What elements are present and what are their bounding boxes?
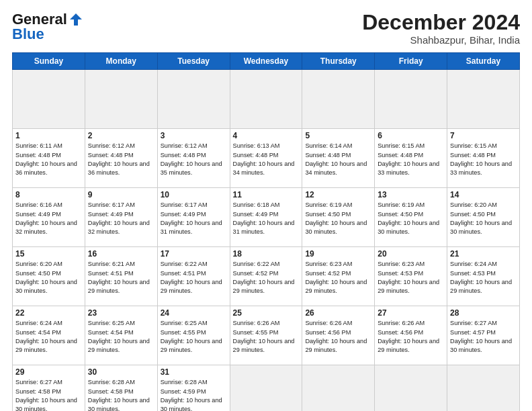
month-title: December 2024: [362, 11, 520, 34]
day-number: 2: [88, 131, 154, 140]
day-info: Sunrise: 6:17 AMSunset: 4:49 PMDaylight:…: [88, 201, 154, 236]
day-info: Sunrise: 6:17 AMSunset: 4:49 PMDaylight:…: [161, 201, 227, 236]
day-number: 17: [161, 249, 227, 259]
col-saturday: Saturday: [447, 53, 520, 70]
day-info: Sunrise: 6:20 AMSunset: 4:50 PMDaylight:…: [450, 201, 517, 236]
col-friday: Friday: [375, 53, 447, 70]
day-info: Sunrise: 6:25 AMSunset: 4:55 PMDaylight:…: [161, 319, 227, 355]
day-info: Sunrise: 6:19 AMSunset: 4:50 PMDaylight:…: [305, 201, 371, 236]
header: General Blue December 2024 Shahbazpur, B…: [12, 11, 520, 46]
table-row: [85, 70, 157, 129]
table-row: 13Sunrise: 6:19 AMSunset: 4:50 PMDayligh…: [375, 188, 447, 247]
day-number: 27: [378, 308, 444, 318]
table-row: [13, 70, 85, 129]
table-row: 3Sunrise: 6:12 AMSunset: 4:48 PMDaylight…: [157, 129, 230, 188]
calendar-table: Sunday Monday Tuesday Wednesday Thursday…: [12, 52, 520, 411]
svg-marker-0: [70, 13, 82, 26]
table-row: [375, 70, 447, 129]
table-row: [230, 365, 302, 411]
table-row: 17Sunrise: 6:22 AMSunset: 4:51 PMDayligh…: [157, 247, 230, 306]
table-row: 25Sunrise: 6:26 AMSunset: 4:55 PMDayligh…: [230, 306, 302, 365]
day-number: 3: [161, 131, 227, 140]
day-number: 24: [161, 308, 227, 318]
day-info: Sunrise: 6:20 AMSunset: 4:50 PMDaylight:…: [15, 260, 82, 295]
day-info: Sunrise: 6:15 AMSunset: 4:48 PMDaylight:…: [378, 142, 444, 177]
day-info: Sunrise: 6:28 AMSunset: 4:59 PMDaylight:…: [161, 378, 227, 411]
day-number: 12: [305, 190, 371, 199]
table-row: [302, 70, 375, 129]
day-info: Sunrise: 6:26 AMSunset: 4:56 PMDaylight:…: [305, 319, 371, 355]
day-info: Sunrise: 6:23 AMSunset: 4:53 PMDaylight:…: [378, 260, 444, 295]
table-row: 21Sunrise: 6:24 AMSunset: 4:53 PMDayligh…: [447, 247, 520, 306]
day-number: 1: [15, 131, 82, 140]
table-row: 4Sunrise: 6:13 AMSunset: 4:48 PMDaylight…: [230, 129, 302, 188]
day-info: Sunrise: 6:23 AMSunset: 4:52 PMDaylight:…: [305, 260, 371, 295]
table-row: [157, 70, 230, 129]
day-info: Sunrise: 6:24 AMSunset: 4:54 PMDaylight:…: [15, 319, 82, 355]
day-number: 28: [450, 308, 517, 318]
table-row: 24Sunrise: 6:25 AMSunset: 4:55 PMDayligh…: [157, 306, 230, 365]
day-info: Sunrise: 6:22 AMSunset: 4:51 PMDaylight:…: [161, 260, 227, 295]
table-row: 5Sunrise: 6:14 AMSunset: 4:48 PMDaylight…: [302, 129, 375, 188]
day-number: 20: [378, 249, 444, 259]
day-info: Sunrise: 6:11 AMSunset: 4:48 PMDaylight:…: [15, 142, 82, 177]
col-sunday: Sunday: [13, 53, 85, 70]
title-area: December 2024 Shahbazpur, Bihar, India: [362, 11, 520, 46]
table-row: 23Sunrise: 6:25 AMSunset: 4:54 PMDayligh…: [85, 306, 157, 365]
table-row: 18Sunrise: 6:22 AMSunset: 4:52 PMDayligh…: [230, 247, 302, 306]
col-thursday: Thursday: [302, 53, 375, 70]
table-row: [302, 365, 375, 411]
day-number: 9: [88, 190, 154, 199]
calendar-week-row: 1Sunrise: 6:11 AMSunset: 4:48 PMDaylight…: [13, 129, 520, 188]
day-info: Sunrise: 6:26 AMSunset: 4:56 PMDaylight:…: [378, 319, 444, 355]
table-row: 29Sunrise: 6:27 AMSunset: 4:58 PMDayligh…: [13, 365, 85, 411]
day-number: 23: [88, 308, 154, 318]
logo-blue: Blue: [12, 26, 44, 43]
day-info: Sunrise: 6:12 AMSunset: 4:48 PMDaylight:…: [88, 142, 154, 177]
day-info: Sunrise: 6:19 AMSunset: 4:50 PMDaylight:…: [378, 201, 444, 236]
day-number: 11: [233, 190, 300, 199]
day-info: Sunrise: 6:15 AMSunset: 4:48 PMDaylight:…: [450, 142, 517, 177]
day-number: 22: [15, 308, 82, 318]
table-row: [447, 365, 520, 411]
table-row: 26Sunrise: 6:26 AMSunset: 4:56 PMDayligh…: [302, 306, 375, 365]
day-info: Sunrise: 6:21 AMSunset: 4:51 PMDaylight:…: [88, 260, 154, 295]
table-row: 20Sunrise: 6:23 AMSunset: 4:53 PMDayligh…: [375, 247, 447, 306]
day-number: 6: [378, 131, 444, 140]
col-tuesday: Tuesday: [157, 53, 230, 70]
calendar-week-row: 22Sunrise: 6:24 AMSunset: 4:54 PMDayligh…: [13, 306, 520, 365]
col-monday: Monday: [85, 53, 157, 70]
table-row: 6Sunrise: 6:15 AMSunset: 4:48 PMDaylight…: [375, 129, 447, 188]
day-info: Sunrise: 6:28 AMSunset: 4:58 PMDaylight:…: [88, 378, 154, 411]
day-number: 7: [450, 131, 517, 140]
table-row: 12Sunrise: 6:19 AMSunset: 4:50 PMDayligh…: [302, 188, 375, 247]
table-row: 1Sunrise: 6:11 AMSunset: 4:48 PMDaylight…: [13, 129, 85, 188]
day-number: 19: [305, 249, 371, 259]
calendar-header-row: Sunday Monday Tuesday Wednesday Thursday…: [13, 53, 520, 70]
day-info: Sunrise: 6:22 AMSunset: 4:52 PMDaylight:…: [233, 260, 300, 295]
table-row: [447, 70, 520, 129]
day-number: 21: [450, 249, 517, 259]
day-info: Sunrise: 6:26 AMSunset: 4:55 PMDaylight:…: [233, 319, 300, 355]
day-number: 16: [88, 249, 154, 259]
table-row: 2Sunrise: 6:12 AMSunset: 4:48 PMDaylight…: [85, 129, 157, 188]
day-number: 31: [161, 367, 227, 377]
day-info: Sunrise: 6:18 AMSunset: 4:49 PMDaylight:…: [233, 201, 300, 236]
table-row: 28Sunrise: 6:27 AMSunset: 4:57 PMDayligh…: [447, 306, 520, 365]
table-row: 15Sunrise: 6:20 AMSunset: 4:50 PMDayligh…: [13, 247, 85, 306]
table-row: 7Sunrise: 6:15 AMSunset: 4:48 PMDaylight…: [447, 129, 520, 188]
day-number: 13: [378, 190, 444, 199]
day-number: 25: [233, 308, 300, 318]
day-info: Sunrise: 6:24 AMSunset: 4:53 PMDaylight:…: [450, 260, 517, 295]
col-wednesday: Wednesday: [230, 53, 302, 70]
day-number: 8: [15, 190, 82, 199]
day-number: 15: [15, 249, 82, 259]
day-info: Sunrise: 6:13 AMSunset: 4:48 PMDaylight:…: [233, 142, 300, 177]
table-row: 30Sunrise: 6:28 AMSunset: 4:58 PMDayligh…: [85, 365, 157, 411]
table-row: 27Sunrise: 6:26 AMSunset: 4:56 PMDayligh…: [375, 306, 447, 365]
day-number: 29: [15, 367, 82, 377]
day-number: 18: [233, 249, 300, 259]
subtitle: Shahbazpur, Bihar, India: [362, 34, 520, 46]
day-info: Sunrise: 6:12 AMSunset: 4:48 PMDaylight:…: [161, 142, 227, 177]
day-number: 14: [450, 190, 517, 199]
